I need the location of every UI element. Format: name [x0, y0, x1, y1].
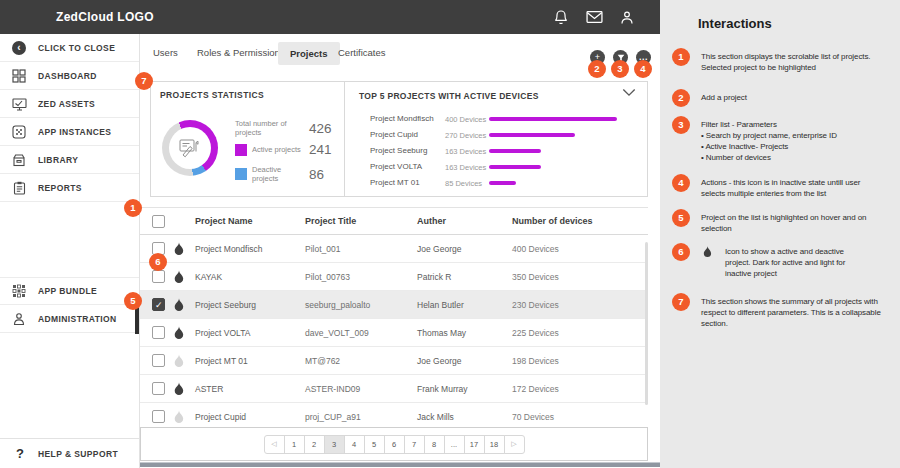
active-flame-icon: [173, 298, 185, 311]
page-ellipsis-button[interactable]: ...: [444, 435, 465, 454]
interaction-item-5: 5 Project on the list is highlighted on …: [672, 209, 894, 234]
prev-page-button[interactable]: ◁: [264, 435, 285, 454]
col-project-name: Project Name: [195, 216, 305, 226]
row-checkbox[interactable]: [152, 270, 165, 283]
table-row[interactable]: Project VOLTA dave_VOLT_009 Thomas May 2…: [140, 319, 648, 347]
sidebar-item-label: CLICK TO CLOSE: [38, 43, 115, 53]
row-checkbox[interactable]: [152, 410, 165, 423]
sidebar-item-dashboard[interactable]: DASHBOARD: [0, 62, 139, 90]
sidebar-item-app-instances[interactable]: APP INSTANCES: [0, 118, 139, 146]
table-scrollbar-thumb[interactable]: [645, 242, 648, 405]
row-checkbox[interactable]: [152, 354, 165, 367]
top5-bar-row: Project VOLTA 163 Devices: [345, 159, 647, 175]
annotation-badge-7: 7: [135, 72, 153, 90]
annotation-badge-3: 3: [611, 60, 629, 78]
tab-roles-permissions[interactable]: Roles & Permissions: [197, 47, 285, 58]
sidebar-item-library[interactable]: LIBRARY: [0, 146, 139, 174]
legend-row-active: Active projects 241: [235, 142, 340, 157]
interaction-item-4: 4 Actions - this icon is in inactive sta…: [672, 174, 894, 199]
page-button[interactable]: 7: [404, 435, 425, 454]
top5-bar: [489, 149, 541, 153]
top5-project-name: Project Cupid: [370, 130, 418, 139]
interactions-title: Interactions: [698, 16, 772, 31]
col-author: Auther: [417, 216, 512, 226]
page-button[interactable]: 2: [304, 435, 325, 454]
top5-project-name: Project Seeburg: [370, 146, 427, 155]
sidebar-item-label: DASHBOARD: [38, 71, 97, 81]
sidebar-item-label: ZED ASSETS: [38, 99, 95, 109]
interaction-text: Filter list - Parameters • Search by pro…: [701, 116, 837, 163]
interaction-badge: 7: [672, 293, 690, 311]
page-button[interactable]: 8: [424, 435, 445, 454]
active-flame-icon: [173, 382, 185, 395]
table-row[interactable]: ASTER ASTER-IND09 Frank Murray 172 Devic…: [140, 375, 648, 403]
active-flame-icon: [173, 242, 185, 255]
sidebar-item-label: HELP & SUPPORT: [38, 449, 118, 459]
page-button[interactable]: 18: [484, 435, 505, 454]
page-button[interactable]: 17: [464, 435, 485, 454]
page-button[interactable]: 1: [284, 435, 305, 454]
mail-icon[interactable]: [585, 8, 603, 26]
chevron-down-icon[interactable]: [622, 88, 636, 97]
sidebar-item-app-bundle[interactable]: APP BUNDLE: [0, 277, 139, 305]
notifications-bell-icon[interactable]: [552, 8, 570, 26]
interaction-item-3: 3 Filter list - Parameters • Search by p…: [672, 116, 894, 163]
top5-bar: [489, 117, 617, 121]
page-button[interactable]: 6: [384, 435, 405, 454]
table-row-selected[interactable]: Project Seeburg seeburg_paloalto Helan B…: [140, 291, 648, 319]
page-button[interactable]: 4: [344, 435, 365, 454]
next-page-button[interactable]: ▷: [504, 435, 525, 454]
sidebar-item-reports[interactable]: REPORTS: [0, 174, 139, 202]
select-all-checkbox[interactable]: [152, 215, 165, 228]
interaction-text: Add a project: [701, 89, 747, 103]
row-checkbox-checked[interactable]: [152, 298, 165, 311]
page-button[interactable]: 5: [364, 435, 385, 454]
interaction-badge: 4: [672, 174, 690, 192]
interaction-text: Project on the list is highlighted on ho…: [701, 209, 866, 234]
interaction-text: This section displays the scrolable list…: [701, 48, 870, 73]
flame-icon: [701, 243, 714, 257]
sidebar-item-help-support[interactable]: ? HELP & SUPPORT: [0, 438, 139, 468]
sidebar-item-administration[interactable]: ADMINISTRATION: [0, 305, 139, 333]
top5-bar-row: Project Seeburg 163 Devices: [345, 143, 647, 159]
sidebar-nav: ‹ CLICK TO CLOSE DASHBOARD ZED ASSETS AP…: [0, 34, 140, 468]
sidebar-item-label: APP INSTANCES: [38, 127, 111, 137]
table-row[interactable]: KAYAK Pilot_00763 Patrick R 350 Devices: [140, 263, 648, 291]
horizontal-scrollbar[interactable]: [140, 462, 660, 467]
table-header-row: Project Name Project Title Auther Number…: [140, 207, 648, 235]
question-icon: ?: [13, 446, 27, 461]
interaction-badge: 6: [672, 243, 690, 261]
inactive-flame-icon: [173, 354, 185, 367]
project-sketch-icon: [179, 136, 201, 159]
projects-table: Project Name Project Title Auther Number…: [140, 207, 648, 431]
app-logo: ZedCloud LOGO: [56, 10, 154, 24]
top5-bar: [489, 165, 541, 169]
page-button-current[interactable]: 3: [324, 435, 345, 454]
interactions-panel: Interactions 1 This section displays the…: [660, 0, 900, 468]
top5-device-count: 85 Devices: [445, 179, 482, 188]
legend-row-total: Total number of projects 426: [235, 119, 340, 134]
sidebar-item-zed-assets[interactable]: ZED ASSETS: [0, 90, 139, 118]
table-row[interactable]: Project MT 01 MT@762 Joe George 198 Devi…: [140, 347, 648, 375]
sidebar-item-label: ADMINISTRATION: [38, 314, 117, 324]
tab-users[interactable]: Users: [153, 47, 178, 58]
top5-project-name: Project VOLTA: [370, 162, 422, 171]
user-account-icon[interactable]: [618, 8, 636, 26]
annotation-badge-2: 2: [588, 60, 606, 78]
row-checkbox[interactable]: [152, 382, 165, 395]
col-devices: Number of devices: [512, 216, 648, 226]
sidebar-item-click-to-close[interactable]: ‹ CLICK TO CLOSE: [0, 34, 139, 62]
top5-device-count: 163 Devices: [445, 163, 486, 172]
tab-certificates[interactable]: Certificates: [338, 47, 386, 58]
interaction-text: This section shows the summary of all pr…: [701, 293, 881, 329]
tab-projects[interactable]: Projects: [278, 42, 340, 65]
table-row[interactable]: Project Mondfisch Pilot_001 Joe George 4…: [140, 235, 648, 263]
app-window: ZedCloud LOGO ‹ CLICK TO CLOSE DASHBOARD: [0, 0, 900, 468]
top5-title: TOP 5 PROJECTS WITH ACTIVE DEVICES: [359, 91, 539, 101]
legend-label: Deactive projects: [252, 165, 309, 183]
top5-bar-row: Project Mondfisch 400 Devices: [345, 111, 647, 127]
top5-bar-row: Project MT 01 85 Devices: [345, 175, 647, 191]
legend-label: Total number of projects: [235, 119, 309, 137]
row-checkbox[interactable]: [152, 326, 165, 339]
active-swatch: [235, 144, 247, 156]
